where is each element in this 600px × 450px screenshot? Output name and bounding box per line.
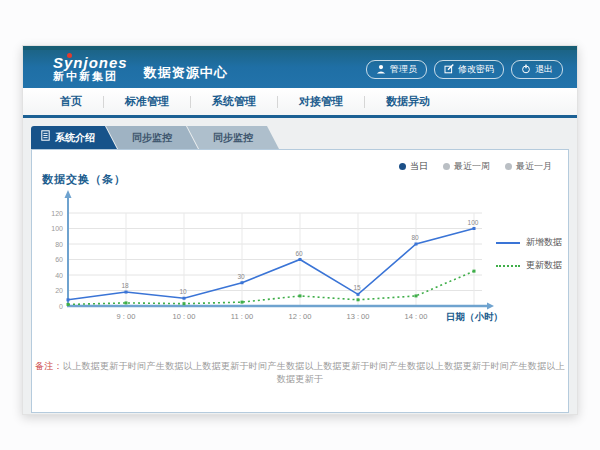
tab-sync-monitor-1[interactable]: 同步监控 (106, 126, 198, 149)
svg-text:80: 80 (55, 241, 63, 248)
nav-item-system-management[interactable]: 系统管理 (191, 94, 277, 109)
logout-button[interactable]: 退出 (511, 60, 563, 79)
solid-line-icon (496, 242, 520, 244)
dotted-line-icon (496, 265, 520, 267)
footer-note-text: 以上数据更新于时间产生数据以上数据更新于时间产生数据以上数据更新于时间产生数据以… (63, 361, 565, 384)
radio-today-label: 当日 (410, 160, 428, 173)
svg-text:14 : 00: 14 : 00 (405, 312, 428, 321)
svg-text:日期（小时）: 日期（小时） (446, 311, 503, 323)
tab-sync-monitor-1-label: 同步监控 (132, 132, 172, 143)
header-actions: 管理员 修改密码 退出 (366, 60, 563, 79)
edit-icon (444, 64, 454, 74)
footer-note-prefix: 备注： (35, 361, 63, 371)
footer-note: 备注：以上数据更新于时间产生数据以上数据更新于时间产生数据以上数据更新于时间产生… (32, 360, 568, 386)
document-icon (41, 126, 50, 149)
radio-last-month-label: 最近一月 (516, 160, 552, 173)
radio-last-week[interactable]: 最近一周 (443, 160, 490, 173)
radio-dot-icon (399, 163, 406, 170)
content-area: 系统介绍 同步监控 同步监控 当日 最近一周 (23, 118, 577, 413)
radio-last-month[interactable]: 最近一月 (505, 160, 552, 173)
power-icon (521, 64, 531, 74)
svg-text:100: 100 (51, 225, 63, 232)
radio-dot-icon (505, 163, 512, 170)
legend-updated-data-label: 更新数据 (526, 259, 562, 272)
svg-text:15: 15 (353, 284, 361, 291)
admin-button[interactable]: 管理员 (366, 60, 427, 79)
main-nav: 首页 标准管理 系统管理 对接管理 数据异动 (23, 88, 577, 118)
header: Synjones 新中新集团 数据资源中心 管理员 修改密码 退出 (23, 46, 577, 88)
page-title: 数据资源中心 (144, 64, 228, 82)
svg-text:12 : 00: 12 : 00 (289, 312, 312, 321)
logo-company: 新中新集团 (53, 71, 128, 83)
radio-today[interactable]: 当日 (399, 160, 428, 173)
logout-label: 退出 (535, 63, 553, 76)
svg-text:60: 60 (55, 256, 63, 263)
svg-text:18: 18 (121, 282, 129, 289)
radio-last-week-label: 最近一周 (454, 160, 490, 173)
svg-text:30: 30 (237, 273, 245, 280)
nav-item-home[interactable]: 首页 (39, 94, 103, 109)
svg-text:0: 0 (59, 303, 63, 310)
svg-text:120: 120 (51, 210, 63, 217)
svg-text:10: 10 (179, 288, 187, 295)
time-range-filter: 当日 最近一周 最近一月 (399, 160, 552, 173)
change-password-label: 修改密码 (458, 63, 494, 76)
svg-text:10 : 00: 10 : 00 (173, 312, 196, 321)
nav-item-data-change[interactable]: 数据异动 (365, 94, 451, 109)
svg-text:11 : 00: 11 : 00 (231, 312, 253, 321)
admin-label: 管理员 (390, 63, 417, 76)
logo-brand: Synjones (53, 55, 128, 71)
tab-system-intro-label: 系统介绍 (55, 126, 95, 149)
tab-system-intro[interactable]: 系统介绍 (31, 126, 117, 149)
app-window: Synjones 新中新集团 数据资源中心 管理员 修改密码 退出 (22, 45, 578, 415)
radio-dot-icon (443, 163, 450, 170)
tab-sync-monitor-2[interactable]: 同步监控 (187, 126, 279, 149)
line-chart: 0204060801001209 : 0010 : 0011 : 0012 : … (44, 188, 564, 325)
legend-updated-data: 更新数据 (496, 259, 562, 272)
tab-bar: 系统介绍 同步监控 同步监控 (31, 126, 569, 149)
nav-item-standard-management[interactable]: 标准管理 (104, 94, 190, 109)
nav-item-integration-management[interactable]: 对接管理 (278, 94, 364, 109)
change-password-button[interactable]: 修改密码 (434, 60, 504, 79)
y-axis-title: 数据交换（条） (42, 172, 126, 187)
user-icon (376, 64, 386, 74)
logo[interactable]: Synjones 新中新集团 (53, 55, 128, 82)
svg-text:9 : 00: 9 : 00 (117, 312, 136, 321)
svg-text:80: 80 (411, 234, 419, 241)
tab-sync-monitor-2-label: 同步监控 (213, 132, 253, 143)
svg-text:100: 100 (468, 219, 479, 226)
svg-text:60: 60 (295, 250, 303, 257)
svg-text:40: 40 (55, 272, 63, 279)
chart-panel: 当日 最近一周 最近一月 数据交换（条） 0204060801001209 : … (31, 149, 569, 413)
legend-new-data: 新增数据 (496, 236, 562, 249)
svg-text:20: 20 (55, 287, 63, 294)
legend-new-data-label: 新增数据 (526, 236, 562, 249)
svg-text:13 : 00: 13 : 00 (347, 312, 370, 321)
chart-legend: 新增数据 更新数据 (496, 236, 562, 272)
